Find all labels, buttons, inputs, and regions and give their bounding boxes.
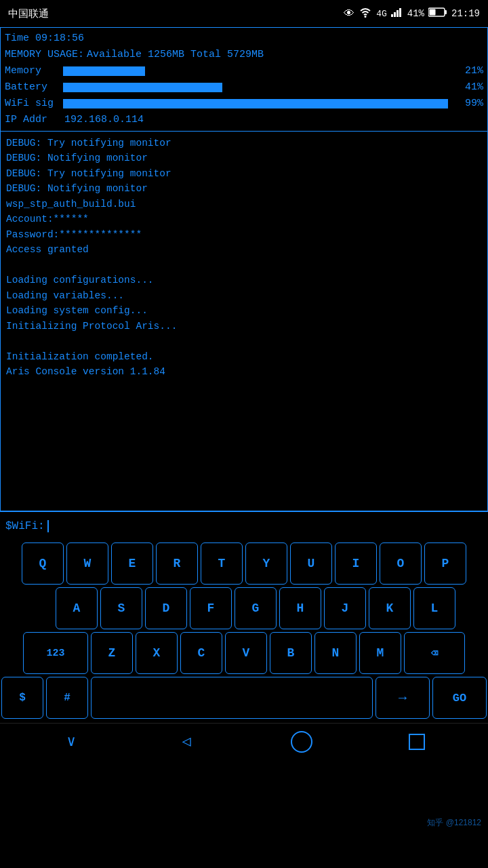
key-y[interactable]: Y [245,542,287,585]
key-i[interactable]: I [335,542,377,585]
time-label: 21:19 [451,8,480,19]
nav-recents-button[interactable] [400,728,434,755]
key-hash[interactable]: # [46,677,88,719]
key-j[interactable]: J [324,587,366,629]
key-123[interactable]: 123 [23,632,88,674]
key-d[interactable]: D [145,587,187,629]
time-row: Time 09:18:56 [5,31,483,47]
key-k[interactable]: K [369,587,411,629]
terminal-line: DEBUG: Try notifying monitor [6,136,482,151]
wifi-label: WiFi sig [5,96,59,112]
key-delete[interactable]: ⌫ [404,632,465,674]
cmd-prompt: $WiFi: [5,520,45,532]
status-right: 👁 4G 41% 21:19 [344,7,480,20]
nav-down-icon: ∨ [66,732,75,751]
watermark: 知乎 @121812 [427,817,481,829]
battery-bar [63,83,452,92]
keyboard-row-3: 123ZXCVBNM⌫ [1,632,487,674]
key-x[interactable]: X [136,632,178,674]
battery-row: Battery 41% [5,79,483,96]
key-v[interactable]: V [225,632,267,674]
wifi-bar-fill [63,99,448,108]
key-u[interactable]: U [290,542,332,585]
terminal-line: Aris Console version 1.1.84 [6,364,482,379]
battery-label: Battery [5,79,59,96]
nav-home-button[interactable] [285,728,319,755]
info-panel: Time 09:18:56 MEMORY USAGE: Available 12… [0,27,488,132]
key-l[interactable]: L [413,587,455,629]
svg-point-0 [365,16,367,18]
memory-usage-row: MEMORY USAGE: Available 1256MB Total 572… [5,47,483,63]
key-z[interactable]: Z [91,632,133,674]
key-c[interactable]: C [180,632,222,674]
keyboard-row-4: $#→GO [1,677,487,719]
key-p[interactable]: P [424,542,466,585]
eye-icon: 👁 [344,7,354,20]
keyboard-row-1: QWERTYUIOP [1,542,487,585]
nav-back-button[interactable]: ◁ [169,728,203,755]
svg-rect-7 [429,9,435,16]
memory-percent: 21% [456,63,483,79]
key-dollar[interactable]: $ [1,677,43,719]
terminal-line: wsp_stp_auth_build.bui [6,197,482,212]
key-e[interactable]: E [111,542,153,585]
svg-rect-4 [399,8,401,17]
nav-bar: ∨ ◁ [0,723,488,760]
terminal-line: Access granted [6,242,482,257]
time-row-label: Time [5,31,35,47]
key-r[interactable]: R [156,542,198,585]
svg-rect-2 [394,12,396,17]
key-w[interactable]: W [66,542,108,585]
wifi-icon [359,7,372,20]
key-f[interactable]: F [190,587,232,629]
terminal-line: DEBUG: Try notifying monitor [6,166,482,181]
key-m[interactable]: M [359,632,401,674]
time-row-value: 09:18:56 [35,31,84,47]
terminal-line: Initialization completed. [6,349,482,364]
nav-recents-icon [409,734,425,750]
ip-row: IP Addr 192.168.0.114 [5,112,483,128]
svg-rect-3 [396,10,399,17]
memory-row: Memory 21% [5,63,483,79]
battery-percent-label: 41% [407,8,424,19]
svg-rect-6 [445,10,447,14]
key-go[interactable]: GO [432,677,487,719]
memory-bar [63,66,452,76]
status-bar: 中国联通 👁 4G 41% 21:19 [0,0,488,27]
terminal-output: DEBUG: Try notifying monitorDEBUG: Notif… [0,132,488,511]
terminal-line [6,258,482,273]
key-s[interactable]: S [100,587,142,629]
terminal-line: Loading variables... [6,288,482,303]
wifi-bar [63,99,452,108]
terminal-line: Loading system config... [6,303,482,318]
signal-bars-icon [391,7,403,20]
key-h[interactable]: H [279,587,321,629]
key-n[interactable]: N [314,632,357,674]
cmd-cursor [47,520,56,532]
key-b[interactable]: B [270,632,312,674]
cmd-input-area[interactable]: $WiFi: [0,511,488,540]
key-arrow[interactable]: → [375,677,430,719]
nav-down-button[interactable]: ∨ [54,728,88,755]
key-o[interactable]: O [380,542,422,585]
wifi-percent: 99% [456,96,483,112]
terminal-line [6,334,482,349]
nav-back-icon: ◁ [182,732,190,751]
terminal-line: DEBUG: Notifying monitor [6,181,482,196]
signal-label: 4G [376,9,387,19]
memory-usage-value: Available 1256MB Total 5729MB [87,47,264,63]
svg-rect-1 [391,14,393,17]
key-g[interactable]: G [235,587,277,629]
wifi-row: WiFi sig 99% [5,96,483,112]
key-space[interactable] [91,677,373,719]
battery-percent: 41% [456,79,483,96]
memory-label: Memory [5,63,59,79]
key-a[interactable]: A [56,587,98,629]
terminal-line: Account:****** [6,212,482,226]
terminal-line: Loading configurations... [6,273,482,288]
key-t[interactable]: T [201,542,243,585]
keyboard-row-2: ASDFGHJKL [1,587,487,629]
ip-label: IP Addr [5,112,59,128]
key-q[interactable]: Q [22,542,64,585]
battery-bar-fill [63,83,222,92]
